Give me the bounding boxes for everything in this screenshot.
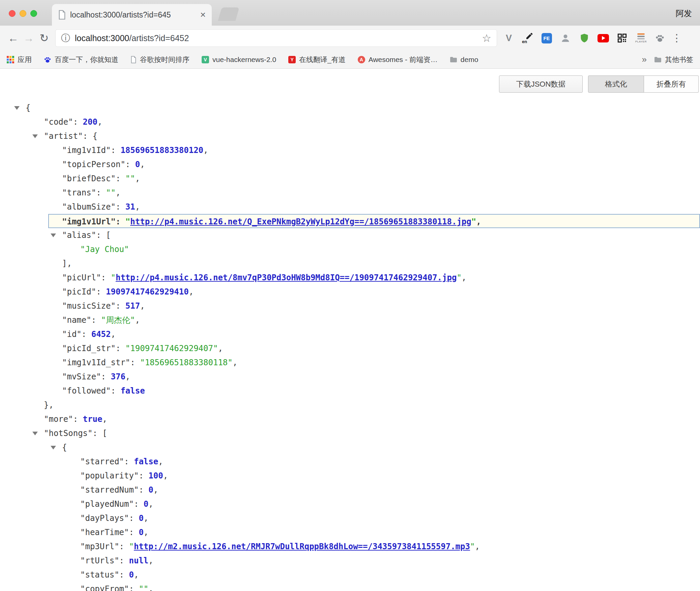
json-link[interactable]: http://m2.music.126.net/RMJR7wDullRqppBk… (134, 542, 470, 551)
json-token: , (135, 315, 140, 325)
bookmark-label: 应用 (18, 55, 32, 64)
json-line: "hotSongs": [ (0, 426, 700, 440)
format-button[interactable]: 格式化 (588, 75, 644, 93)
json-token: , (158, 457, 163, 466)
player-icon[interactable]: PLAYER (635, 32, 647, 44)
json-token: "musicSize" (62, 301, 116, 311)
json-token: , (135, 202, 140, 212)
json-token: "id" (62, 330, 82, 339)
json-link[interactable]: http://p4.music.126.net/Q_ExePNkmgB2yWyL… (130, 217, 471, 226)
chrome-menu-icon[interactable]: ⋮ (672, 33, 682, 43)
json-token: : (96, 287, 106, 297)
json-line: "picUrl": "http://p4.music.126.net/8mv7q… (0, 271, 700, 285)
youtube-icon[interactable] (597, 32, 609, 44)
json-token: , (144, 514, 148, 523)
reload-button[interactable]: ↻ (36, 33, 52, 43)
json-token: "picId" (62, 287, 96, 297)
bookmark-google-sort[interactable]: 谷歌按时间排序 (130, 55, 189, 64)
json-line: "albumSize": 31, (0, 200, 700, 214)
json-token: : (124, 457, 134, 466)
json-token: , (140, 301, 145, 311)
json-line: "topicPerson": 0, (0, 157, 700, 172)
translate-pen-icon[interactable]: en (522, 32, 533, 44)
bookmark-baidu[interactable]: 百度一下，你就知道 (44, 55, 118, 64)
json-line: "id": 6452, (0, 327, 700, 341)
browser-tab[interactable]: localhost:3000/artists?id=645 × (52, 4, 212, 26)
json-token: "" (139, 584, 148, 591)
bookmark-folder-demo[interactable]: demo (450, 56, 478, 64)
json-token: , (148, 499, 153, 509)
json-token: "albumSize" (62, 202, 116, 212)
fehelper-icon[interactable]: FE (541, 32, 552, 44)
collapse-arrow-icon[interactable] (51, 234, 56, 237)
json-token: 18569651883380120 (120, 146, 203, 155)
forward-button[interactable]: → (21, 33, 36, 43)
folder-icon (450, 57, 457, 63)
json-token: false (120, 386, 145, 396)
extension-v-icon[interactable]: V (503, 32, 515, 44)
collapse-all-button[interactable]: 折叠所有 (644, 75, 699, 93)
qr-code-icon[interactable] (616, 32, 628, 44)
json-token: "briefDesc" (62, 174, 116, 183)
close-window-button[interactable] (9, 10, 16, 17)
json-token: ], (62, 259, 72, 268)
json-token: "mvSize" (62, 372, 101, 381)
json-token: "picId_str" (62, 344, 116, 353)
json-token: : (119, 570, 129, 580)
bookmark-youdao[interactable]: Y 在线翻译_有道 (288, 55, 346, 64)
json-link[interactable]: http://p4.music.126.net/8mv7qP30Pd3oHW8b… (116, 273, 457, 282)
json-line: "rtUrls": null, (0, 554, 700, 568)
collapse-arrow-icon[interactable] (14, 106, 20, 110)
download-json-button[interactable]: 下载JSON数据 (499, 75, 583, 93)
json-token: "alias" (62, 230, 96, 240)
json-token: : (139, 471, 148, 480)
bookmarks-overflow-icon[interactable]: » (642, 54, 647, 65)
json-line: "artist": { (0, 129, 700, 143)
maximize-window-button[interactable] (30, 10, 37, 17)
json-token: "img1v1Url" (62, 217, 116, 226)
bookmark-apps[interactable]: 应用 (7, 55, 32, 64)
tab-close-icon[interactable]: × (200, 10, 206, 20)
json-line: "hearTime": 0, (0, 525, 700, 539)
site-info-icon[interactable]: ⓘ (61, 32, 70, 44)
profile-name[interactable]: 阿发 (676, 8, 692, 19)
json-token: "18569651883380118" (140, 358, 233, 367)
json-token: , (102, 414, 107, 424)
json-token: "img1v1Id_str" (62, 358, 130, 367)
json-token: "name" (62, 315, 91, 325)
page-favicon-icon (58, 10, 66, 20)
document-icon (130, 56, 137, 63)
json-token: : (116, 174, 125, 183)
json-token: : (119, 556, 129, 565)
json-token: "" (125, 174, 135, 183)
bookmark-awesomes[interactable]: A Awesomes - 前端资… (358, 55, 438, 64)
new-tab-button[interactable] (218, 7, 239, 21)
bookmark-label: vue-hackernews-2.0 (212, 56, 276, 64)
json-line: "img1v1Id": 18569651883380120, (0, 143, 700, 157)
bookmark-folder-others[interactable]: 其他书签 (654, 55, 693, 64)
json-token: "code" (44, 117, 73, 127)
apps-grid-icon (7, 56, 14, 63)
json-token: " (111, 273, 116, 282)
json-line: "copyFrom": "", (0, 582, 700, 591)
adblock-shield-icon[interactable] (579, 32, 590, 44)
bookmark-star-icon[interactable]: ☆ (482, 32, 491, 44)
json-token: " (457, 273, 461, 282)
json-token: : (129, 528, 139, 537)
bookmark-vue-hackernews[interactable]: V vue-hackernews-2.0 (202, 56, 276, 64)
profile-person-icon[interactable] (560, 32, 571, 44)
collapse-arrow-icon[interactable] (51, 446, 56, 449)
json-token: : (119, 542, 129, 551)
collapse-arrow-icon[interactable] (32, 134, 38, 138)
minimize-window-button[interactable] (20, 10, 26, 17)
json-token: , (125, 372, 130, 381)
paw-icon[interactable] (654, 32, 666, 44)
json-token: 0 (148, 485, 153, 495)
json-token: "img1v1Id" (62, 146, 111, 155)
json-token: , (218, 344, 223, 353)
folder-icon (654, 57, 662, 63)
collapse-arrow-icon[interactable] (32, 432, 38, 435)
address-bar[interactable]: ⓘ localhost:3000/artists?id=6452 ☆ (55, 29, 497, 47)
back-button[interactable]: ← (5, 33, 21, 43)
json-viewer-controls: 下载JSON数据 格式化 折叠所有 (499, 75, 699, 93)
